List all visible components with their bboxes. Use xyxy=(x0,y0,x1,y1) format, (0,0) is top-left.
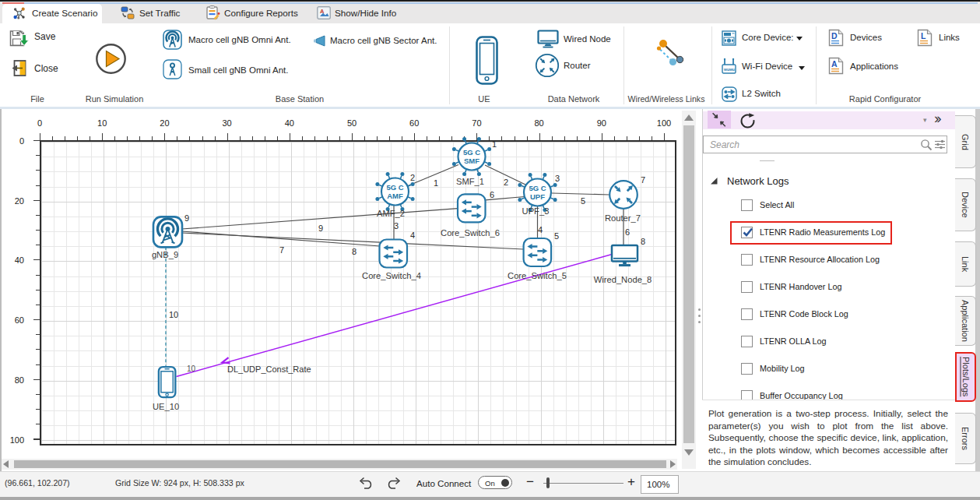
svg-text:DL_UDP_Const_Rate: DL_UDP_Const_Rate xyxy=(227,364,311,374)
svg-text:6: 6 xyxy=(625,227,630,237)
svg-text:4: 4 xyxy=(410,231,415,240)
svg-text:D: D xyxy=(831,31,838,40)
svg-text:1: 1 xyxy=(434,178,438,188)
svg-text:1: 1 xyxy=(492,139,497,149)
svg-text:10: 10 xyxy=(169,310,178,319)
svg-text:7: 7 xyxy=(641,175,645,185)
svg-text:UE_10: UE_10 xyxy=(153,402,179,411)
svg-text:Router_7: Router_7 xyxy=(605,213,641,223)
svg-text:10: 10 xyxy=(187,364,196,373)
svg-text:5G C: 5G C xyxy=(463,148,480,157)
svg-text:UPF: UPF xyxy=(530,192,545,201)
svg-text:5: 5 xyxy=(554,231,559,241)
svg-text:wuwu: wuwu xyxy=(723,67,735,72)
svg-text:Core_Switch_4: Core_Switch_4 xyxy=(362,271,421,280)
svg-text:AMF: AMF xyxy=(387,192,403,200)
svg-text:2: 2 xyxy=(504,178,508,187)
svg-text:Core_Switch_5: Core_Switch_5 xyxy=(508,271,567,280)
svg-text:UPF_3: UPF_3 xyxy=(522,206,550,216)
svg-text:3: 3 xyxy=(394,221,399,231)
svg-text:4: 4 xyxy=(538,225,543,234)
svg-text:A: A xyxy=(831,59,838,69)
svg-text:9: 9 xyxy=(318,224,323,233)
svg-text:5G C: 5G C xyxy=(529,184,546,192)
svg-text:5G C: 5G C xyxy=(386,183,403,192)
svg-text:2: 2 xyxy=(410,173,415,182)
svg-text:gNB_9: gNB_9 xyxy=(152,250,178,259)
svg-text:SMF_1: SMF_1 xyxy=(456,177,484,186)
svg-text:9: 9 xyxy=(184,213,189,223)
svg-text:5: 5 xyxy=(581,196,585,206)
svg-text:3: 3 xyxy=(555,174,560,183)
svg-text:8: 8 xyxy=(352,247,357,256)
svg-text:6: 6 xyxy=(490,190,494,199)
svg-text:L: L xyxy=(921,31,926,40)
svg-text:Core_Switch_6: Core_Switch_6 xyxy=(441,228,500,238)
svg-text:7: 7 xyxy=(279,245,284,255)
svg-text:AMF_2: AMF_2 xyxy=(377,209,405,218)
svg-text:8: 8 xyxy=(641,237,645,246)
svg-text:A: A xyxy=(320,8,325,15)
svg-text:Wired_Node_8: Wired_Node_8 xyxy=(594,275,652,284)
svg-text:SMF: SMF xyxy=(464,157,479,165)
